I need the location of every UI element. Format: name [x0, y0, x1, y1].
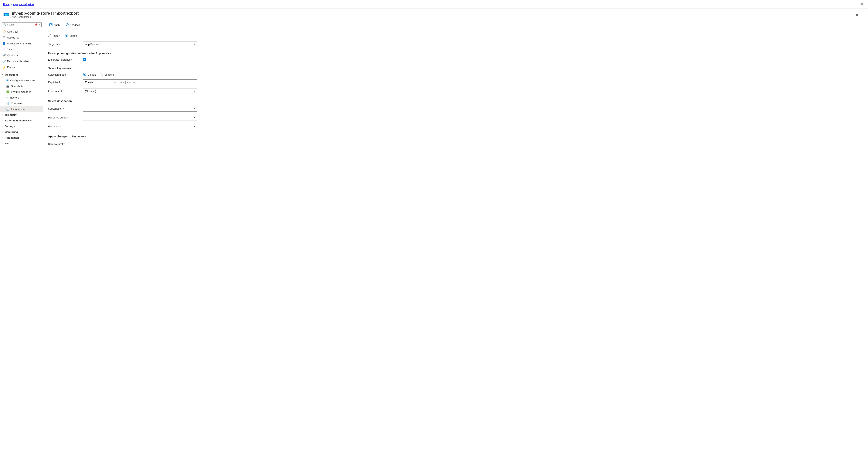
sidebar-item-label: Import/export [11, 108, 26, 111]
sidebar-section-settings[interactable]: › Settings [0, 123, 43, 129]
import-label: Import [53, 34, 60, 37]
sidebar-item-activity-log[interactable]: 📋 Activity log [0, 34, 43, 40]
subscription-select-wrapper: ▾ [83, 106, 197, 112]
automation-chevron-icon: › [2, 137, 3, 139]
operations-chevron-icon: ▾ [2, 74, 3, 76]
selection-mode-snapshot-label[interactable]: Snapshot [100, 73, 115, 76]
target-type-select[interactable]: App Services Azure App Configuration Fil… [83, 41, 197, 47]
restore-icon: ↩ [6, 96, 8, 99]
remove-prefix-info-icon[interactable]: ℹ [65, 143, 66, 146]
events-icon: ⚡ [2, 65, 5, 69]
sidebar-item-iam[interactable]: 👤 Access control (IAM) [0, 40, 43, 47]
remove-prefix-input[interactable] [83, 141, 197, 147]
sidebar-item-label: Compare [11, 102, 22, 105]
sidebar-item-quick-start[interactable]: 🚀 Quick start [0, 52, 43, 58]
subscription-row: Subscription * ▾ [48, 106, 216, 112]
export-reference-info-icon[interactable]: ℹ [71, 58, 72, 61]
sidebar-section-telemetry[interactable]: › Telemetry [0, 112, 43, 118]
sidebar-section-operations[interactable]: ▾ Operations [0, 72, 43, 78]
selection-mode-info-icon[interactable]: ℹ [67, 73, 68, 76]
resource-visualizer-icon: 🔗 [2, 60, 5, 63]
import-radio[interactable] [48, 34, 51, 37]
main-layout: 🔍 📌 « 🏠 Overview 📋 Activity log 👤 Access… [0, 20, 868, 463]
app-icon [3, 12, 9, 18]
resource-label: Resource * [48, 125, 80, 128]
page-subtitle: App Configuration [12, 16, 852, 18]
apply-label: Apply [54, 24, 60, 26]
sidebar-section-monitoring[interactable]: › Monitoring [0, 129, 43, 135]
key-filter-info-icon[interactable]: ℹ [59, 81, 60, 84]
resource-row: Resource * ▾ [48, 124, 216, 129]
apply-button[interactable]: Apply [48, 22, 62, 28]
search-icon: 🔍 [3, 23, 6, 26]
sidebar-item-label: Restore [10, 96, 19, 99]
sidebar-item-label: Feature manager [11, 90, 31, 93]
sidebar-item-snapshots[interactable]: 📷 Snapshots [0, 83, 43, 89]
feedback-label: Feedback [70, 24, 81, 26]
sidebar-search-row: 🔍 📌 « [2, 22, 42, 27]
header-title-block: my-app-config-store | Import/export App … [12, 11, 852, 18]
key-filter-text-input[interactable] [118, 79, 197, 85]
resource-group-select[interactable] [83, 115, 197, 120]
key-filter-select[interactable]: Equals Starts with All [83, 79, 118, 85]
favorite-button[interactable]: ★ [855, 12, 859, 18]
selection-mode-options: Default Snapshot [83, 73, 115, 76]
selection-mode-default-label[interactable]: Default [83, 73, 96, 76]
feedback-button[interactable]: Feedback [64, 22, 83, 28]
sidebar-item-restore[interactable]: ↩ Restore [0, 95, 43, 100]
sidebar-item-label: Quick start [7, 54, 19, 57]
selection-mode-default-radio[interactable] [83, 73, 86, 76]
monitoring-chevron-icon: › [2, 131, 3, 133]
sidebar-search-area: 🔍 📌 « [0, 22, 43, 29]
svg-point-3 [67, 24, 67, 24]
breadcrumb-home[interactable]: Home [3, 3, 9, 6]
sidebar-item-configuration-explorer[interactable]: ☰ Configuration explorer [0, 78, 43, 83]
telemetry-chevron-icon: › [2, 114, 3, 116]
header-actions: ★ ··· [855, 12, 865, 18]
sidebar-item-label: Resource visualizer [7, 60, 29, 63]
from-label-select[interactable]: (No label) [83, 88, 197, 94]
remove-prefix-row: Remove prefix ℹ [48, 141, 216, 147]
from-label-info-icon[interactable]: ℹ [61, 90, 62, 93]
sidebar-pin-icon[interactable]: 📌 [35, 23, 38, 26]
page-header: my-app-config-store | Import/export App … [0, 9, 868, 20]
breadcrumb-current[interactable]: my-app-config-store [13, 3, 34, 6]
target-type-row: Target type App Services Azure App Confi… [48, 41, 216, 47]
export-radio[interactable] [65, 34, 68, 37]
app-container: Home > my-app-config-store ✕ my-app-conf… [0, 0, 868, 463]
selection-mode-snapshot-radio[interactable] [100, 73, 103, 76]
more-options-button[interactable]: ··· [861, 12, 865, 18]
sidebar-section-experimentation[interactable]: › Experimentation (New) [0, 118, 43, 123]
apply-changes-title: Apply changes to key-values [48, 135, 216, 138]
sidebar-item-resource-visualizer[interactable]: 🔗 Resource visualizer [0, 58, 43, 64]
sidebar-item-overview[interactable]: 🏠 Overview [0, 29, 43, 34]
resource-group-select-wrapper: ▾ [83, 115, 197, 120]
sidebar-item-compare[interactable]: 📊 Compare [0, 100, 43, 106]
sidebar-section-help[interactable]: › Help [0, 141, 43, 146]
sidebar-item-feature-manager[interactable]: 🟩 Feature manager [0, 89, 43, 95]
experimentation-chevron-icon: › [2, 119, 3, 122]
main-content: Apply Feedback Import [43, 20, 868, 463]
sidebar-item-tags[interactable]: 🏷 Tags [0, 47, 43, 52]
search-input[interactable] [7, 23, 34, 26]
sidebar-item-events[interactable]: ⚡ Events [0, 64, 43, 70]
sidebar-item-import-export[interactable]: 🔄 Import/export [0, 106, 43, 112]
sidebar-section-automation[interactable]: › Automation [0, 135, 43, 141]
settings-chevron-icon: › [2, 125, 3, 127]
export-as-reference-checkbox[interactable] [83, 58, 86, 61]
svg-rect-1 [50, 24, 52, 26]
export-radio-label[interactable]: Export [65, 34, 77, 37]
iam-icon: 👤 [2, 42, 5, 45]
subscription-select[interactable] [83, 106, 197, 111]
configuration-explorer-icon: ☰ [6, 79, 9, 82]
import-radio-label[interactable]: Import [48, 34, 60, 37]
feedback-icon [66, 23, 69, 27]
activity-log-icon: 📋 [2, 36, 5, 39]
sidebar-item-label: Events [7, 66, 15, 69]
sidebar: 🔍 📌 « 🏠 Overview 📋 Activity log 👤 Access… [0, 20, 43, 463]
export-as-reference-label: Export as reference ℹ [48, 58, 80, 61]
resource-select[interactable] [83, 124, 197, 129]
sidebar-collapse-icon[interactable]: « [38, 23, 40, 26]
breadcrumb-separator: > [11, 3, 12, 6]
close-button[interactable]: ✕ [859, 2, 865, 7]
